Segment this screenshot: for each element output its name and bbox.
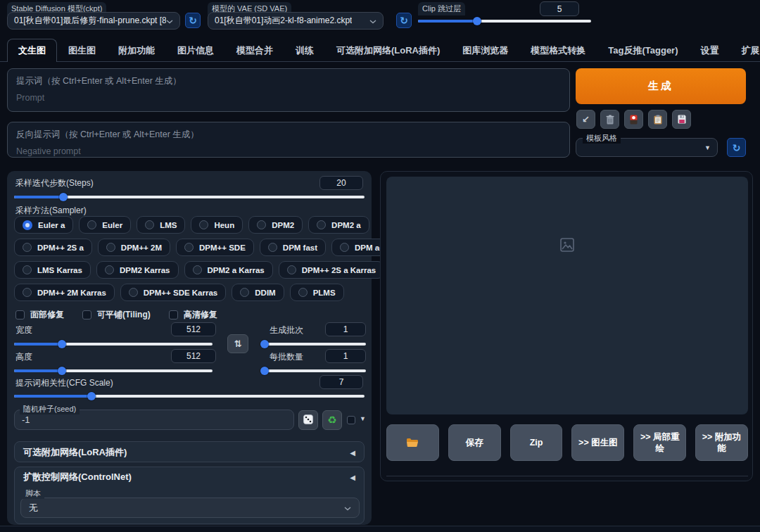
clip-skip-slider[interactable] [418,16,591,25]
button-label: >> 局部重绘 [638,431,681,455]
slider-handle[interactable] [58,367,66,375]
sampler-option-dpm2-karras[interactable]: DPM2 Karras [96,261,179,279]
sampler-option-dpm-2s-a[interactable]: DPM++ 2S a [14,239,92,256]
steps-value[interactable]: 20 [319,176,363,190]
random-seed-button[interactable] [298,410,318,430]
refresh-styles-button[interactable]: ↻ [727,138,746,157]
sampler-option-ddim[interactable]: DDIM [232,284,284,301]
radio-icon [193,265,202,274]
tab-img2img[interactable]: 图生图 [57,39,107,62]
negative-prompt-input[interactable]: 反向提示词（按 Ctrl+Enter 或 Alt+Enter 生成） Negat… [7,122,570,158]
tab-png-info[interactable]: 图片信息 [166,39,225,62]
lora-accordion-header[interactable]: 可选附加网络(LoRA插件) ◀ [15,442,364,463]
sampler-option-heun[interactable]: Heun [191,216,243,234]
checkbox-icon[interactable] [15,310,25,319]
sampler-option-dpm-2m[interactable]: DPM++ 2M [98,239,170,256]
sampler-option-dpm2[interactable]: DPM2 [248,216,303,234]
sampler-option-euler-a[interactable]: Euler a [14,216,73,234]
tab-model-convert[interactable]: 模型格式转换 [519,39,597,62]
toggle-hires-fix[interactable]: 高清修复 [169,309,217,321]
checkbox-icon[interactable] [82,310,91,319]
sampler-option-dpm-fast[interactable]: DPM fast [260,239,326,256]
prompt-input[interactable]: 提示词（按 Ctrl+Enter 或 Alt+Enter 生成） Prompt [7,68,570,112]
swap-dimensions-button[interactable]: ⇅ [227,334,248,353]
width-value[interactable]: 512 [171,322,216,336]
sampler-option-dpm-2s-a-karras[interactable]: DPM++ 2S a Karras [279,261,384,279]
sampler-option-euler[interactable]: Euler [79,216,131,234]
caret-down-icon[interactable]: ▼ [360,415,366,422]
tab-image-browser[interactable]: 图库浏览器 [451,39,519,62]
tab-settings[interactable]: 设置 [690,39,730,62]
reuse-seed-button[interactable]: ♻ [322,410,342,430]
sampler-option-dpm-sde[interactable]: DPM++ SDE [176,239,254,256]
seed-extra-checkbox[interactable] [347,416,355,424]
slider-handle[interactable] [87,392,96,400]
cfg-slider[interactable] [14,391,365,400]
refresh-vae-button[interactable]: ↻ [396,13,412,28]
sampler-row: DPM++ 2S aDPM++ 2MDPM++ SDEDPM fastDPM a… [14,239,416,256]
slider-handle[interactable] [59,193,68,201]
send-to-img2img-button[interactable]: >> 图生图 [571,424,624,461]
negative-prompt-placeholder-en: Negative prompt [16,146,561,156]
sampler-option-label: DPM++ 2M Karras [37,289,106,297]
tab-train[interactable]: 训练 [284,39,325,62]
batch-size-slider[interactable] [262,366,366,375]
generate-button[interactable]: 生成 [576,68,746,104]
slider-handle[interactable] [260,367,269,375]
tab-extras[interactable]: 附加功能 [107,39,166,62]
width-slider[interactable] [14,339,213,348]
sampler-option-plms[interactable]: PLMS [290,284,344,301]
extra-networks-button[interactable] [624,110,643,129]
height-value[interactable]: 512 [171,349,216,363]
slider-handle[interactable] [260,340,269,348]
vae-dropdown[interactable]: 01[秋自带01]动画2-kl-f8-anime2.ckpt [208,12,384,30]
controlnet-accordion-header[interactable]: 扩散控制网络(ControlNet) ◀ [15,467,364,487]
radio-icon [105,265,114,274]
sampler-option-dpm2-a[interactable]: DPM2 a [308,216,369,234]
tab-checkpoint-merger[interactable]: 模型合并 [225,39,284,62]
steps-slider[interactable] [14,192,365,201]
slider-track[interactable] [262,343,366,346]
send-to-inpaint-button[interactable]: >> 局部重绘 [633,424,686,461]
batch-count-slider[interactable] [262,339,366,348]
paste-arrow-icon: ↙ [582,114,590,125]
slider-track[interactable] [262,369,366,372]
toggle-tiling[interactable]: 可平铺(Tiling) [82,309,151,321]
send-to-extras-button[interactable]: >> 附加功能 [695,424,748,461]
negative-prompt-placeholder: 反向提示词（按 Ctrl+Enter 或 Alt+Enter 生成） [16,129,561,141]
toggle-restore-faces[interactable]: 面部修复 [15,309,64,321]
refresh-ckpt-button[interactable]: ↻ [185,13,201,28]
chevron-down-icon [369,16,376,26]
page-footer [0,526,760,532]
radio-icon [23,265,32,274]
batch-size-value[interactable]: 1 [325,349,366,363]
save-style-button[interactable] [672,110,691,129]
sampler-option-lms-karras[interactable]: LMS Karras [14,261,91,279]
sampler-option-dpm-2m-karras[interactable]: DPM++ 2M Karras [14,284,115,301]
output-image-area[interactable] [386,177,748,414]
caret-down-icon: ▼ [704,144,711,151]
sampler-option-dpm-sde-karras[interactable]: DPM++ SDE Karras [120,284,226,301]
apply-style-button[interactable] [648,110,667,129]
sampler-option-lms[interactable]: LMS [137,216,185,234]
tab-tagger[interactable]: Tag反推(Tagger) [597,39,689,62]
tab-lora-networks[interactable]: 可选附加网络(LoRA插件) [325,39,451,62]
height-slider[interactable] [14,366,213,375]
batch-count-value[interactable]: 1 [325,322,366,336]
save-button[interactable]: 保存 [448,424,501,461]
slider-handle[interactable] [58,340,66,348]
open-folder-button[interactable] [386,424,439,461]
script-dropdown[interactable]: 无 [20,498,360,518]
tab-txt2img[interactable]: 文生图 [7,39,57,62]
cfg-value[interactable]: 7 [319,375,363,389]
clip-skip-value[interactable]: 5 [540,1,579,16]
sampler-option-dpm2-a-karras[interactable]: DPM2 a Karras [184,261,273,279]
slider-handle[interactable] [473,17,481,25]
radio-icon [268,243,277,252]
paste-params-button[interactable]: ↙ [576,110,595,129]
tab-extensions[interactable]: 扩展 [730,39,760,62]
checkbox-icon[interactable] [169,310,178,319]
ckpt-dropdown[interactable]: 01[秋自带01]最后修剪-final-prune.ckpt [89d59c [7,12,180,30]
clear-prompt-button[interactable] [600,110,619,129]
zip-button[interactable]: Zip [510,424,563,461]
